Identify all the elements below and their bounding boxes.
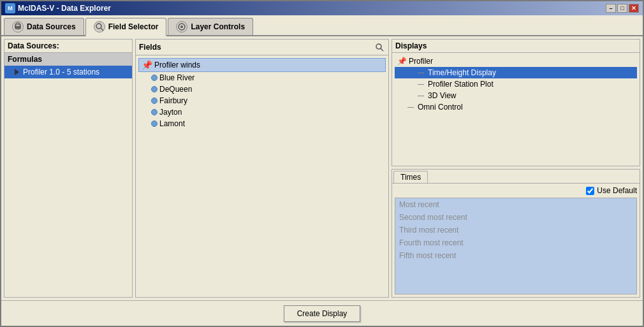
- layer-controls-tab-icon: [176, 21, 187, 33]
- blue-river-item[interactable]: Blue River: [138, 72, 386, 84]
- time-height-item[interactable]: Time/Height Display: [395, 67, 637, 78]
- bottom-bar: Create Display: [1, 300, 643, 326]
- display-line-icon: [418, 73, 424, 73]
- 3d-view-label: 3D View: [428, 91, 456, 100]
- use-default-checkbox[interactable]: [586, 187, 594, 195]
- titlebar-left: M McIDAS-V - Data Explorer: [5, 3, 111, 13]
- fields-panel: Fields 📌 Profiler winds Blue River: [135, 39, 389, 298]
- titlebar: M McIDAS-V - Data Explorer – □ ✕: [1, 1, 643, 15]
- main-content: Data Sources: Formulas Profiler 1.0 - 5 …: [1, 36, 643, 300]
- window-title: McIDAS-V - Data Explorer: [18, 4, 111, 13]
- profiler-winds-item[interactable]: 📌 Profiler winds: [138, 58, 386, 72]
- time-item-2[interactable]: Second most recent: [395, 211, 636, 224]
- display-line-icon: [407, 107, 414, 108]
- times-tabs: Times: [392, 170, 640, 184]
- times-panel: Times Use Default Most recent Second mos…: [392, 169, 640, 298]
- tab-data-sources[interactable]: Data Sources: [4, 18, 84, 35]
- svg-point-1: [15, 25, 20, 27]
- time-item-1[interactable]: Most recent: [395, 198, 636, 211]
- time-item-4[interactable]: Fourth most recent: [395, 236, 636, 249]
- lamont-item[interactable]: Lamont: [138, 118, 386, 129]
- display-line-icon: [418, 96, 424, 96]
- lamont-label: Lamont: [159, 119, 185, 128]
- field-dot-icon: [151, 98, 157, 104]
- expand-triangle: [15, 69, 19, 75]
- pin-icon: 📌: [142, 60, 152, 70]
- jayton-item[interactable]: Jayton: [138, 106, 386, 118]
- tab-field-selector[interactable]: Field Selector: [85, 18, 167, 36]
- field-dot-icon: [151, 109, 157, 115]
- displays-list: 📌 Profiler Time/Height Display Profiler …: [392, 53, 640, 115]
- pin-icon: 📌: [397, 57, 407, 66]
- fields-header: Fields: [136, 40, 388, 55]
- field-dot-icon: [151, 75, 157, 81]
- fields-list: 📌 Profiler winds Blue River DeQueen Fair…: [136, 55, 388, 297]
- displays-panel: Displays 📌 Profiler Time/Height Display …: [392, 39, 640, 166]
- data-sources-tab-icon: [12, 21, 24, 33]
- main-window: M McIDAS-V - Data Explorer – □ ✕ Data So…: [0, 0, 644, 327]
- omni-control-label: Omni Control: [418, 103, 463, 112]
- right-panel: Displays 📌 Profiler Time/Height Display …: [392, 39, 640, 298]
- fairbury-item[interactable]: Fairbury: [138, 95, 386, 106]
- formulas-item[interactable]: Formulas: [4, 53, 132, 66]
- times-tab[interactable]: Times: [393, 171, 428, 183]
- omni-control-item[interactable]: Omni Control: [395, 101, 637, 113]
- app-icon: M: [5, 3, 15, 13]
- time-item-5[interactable]: Fifth most recent: [395, 249, 636, 262]
- minimize-button[interactable]: –: [606, 4, 616, 13]
- profiler-station-label: Profiler Station Plot: [428, 80, 494, 89]
- times-content: Use Default Most recent Second most rece…: [392, 184, 640, 297]
- restore-button[interactable]: □: [617, 4, 627, 13]
- search-fields-button[interactable]: [374, 41, 385, 53]
- create-display-button[interactable]: Create Display: [284, 305, 361, 322]
- blue-river-label: Blue River: [159, 73, 194, 82]
- fairbury-label: Fairbury: [159, 96, 187, 105]
- data-sources-label: Data Sources:: [4, 40, 132, 53]
- tab-layer-controls[interactable]: Layer Controls: [168, 18, 253, 35]
- field-dot-icon: [151, 120, 157, 127]
- use-default-row: Use Default: [395, 186, 637, 195]
- data-sources-panel: Data Sources: Formulas Profiler 1.0 - 5 …: [4, 39, 133, 298]
- display-line-icon: [418, 84, 424, 85]
- dequeen-item[interactable]: DeQueen: [138, 84, 386, 95]
- profiler-label: Profiler 1.0 - 5 stations: [23, 68, 99, 76]
- fields-label: Fields: [139, 43, 161, 52]
- svg-line-6: [101, 28, 103, 31]
- times-list[interactable]: Most recent Second most recent Third mos…: [395, 198, 637, 294]
- time-height-label: Time/Height Display: [428, 68, 496, 77]
- close-button[interactable]: ✕: [629, 4, 639, 13]
- svg-point-5: [96, 24, 101, 29]
- time-item-3[interactable]: Third most recent: [395, 224, 636, 236]
- data-sources-tab-label: Data Sources: [27, 22, 76, 31]
- layer-controls-tab-label: Layer Controls: [191, 22, 245, 31]
- svg-point-9: [376, 44, 381, 49]
- tabs-bar: Data Sources Field Selector Layer Contro…: [1, 15, 643, 36]
- profiler-winds-label: Profiler winds: [154, 61, 200, 69]
- svg-line-10: [381, 48, 383, 51]
- profiler-item[interactable]: Profiler 1.0 - 5 stations: [4, 66, 132, 78]
- use-default-label: Use Default: [597, 186, 637, 195]
- dequeen-label: DeQueen: [159, 85, 192, 94]
- profiler-station-item[interactable]: Profiler Station Plot: [395, 78, 637, 90]
- displays-header: Displays: [392, 40, 640, 53]
- profiler-root-label: Profiler: [409, 57, 433, 66]
- svg-point-8: [180, 25, 183, 28]
- profiler-root-item[interactable]: 📌 Profiler: [395, 55, 637, 67]
- field-dot-icon: [151, 86, 157, 92]
- field-selector-tab-label: Field Selector: [108, 22, 159, 31]
- field-selector-tab-icon: [94, 21, 105, 33]
- jayton-label: Jayton: [159, 108, 182, 117]
- 3d-view-item[interactable]: 3D View: [395, 90, 637, 101]
- titlebar-controls: – □ ✕: [606, 4, 639, 13]
